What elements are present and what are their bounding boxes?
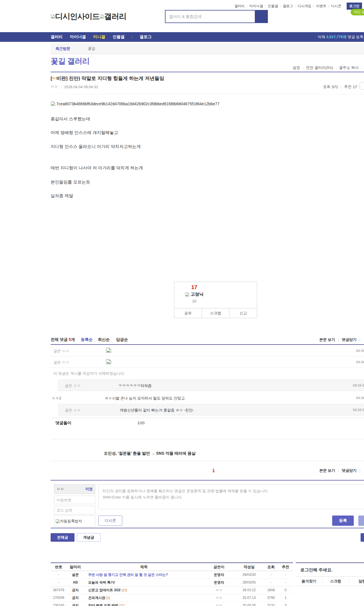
nav-item-minor-gallery[interactable]: 마이너갤 [70, 34, 86, 40]
util-link-gallog[interactable]: 갤로그 [281, 4, 295, 9]
comment-textarea[interactable]: 타인의 권리를 침해하거나 명예를 훼손하는 댓글은 운영원칙 및 관련 법률에… [98, 484, 364, 509]
sort-tab-newest[interactable]: 최신순 [98, 337, 110, 342]
comment-count-stats: 어제 2,517,775개 댓글 등록 [318, 32, 363, 42]
close-comments-link[interactable]: 댓글닫기 [342, 337, 357, 342]
gallery-settings-link[interactable]: 설정 [290, 65, 303, 70]
util-link-gallery[interactable]: 갤러리 [232, 4, 247, 9]
comments-header-links: 본문 보기 | 댓글닫기 | [319, 337, 363, 342]
post-link[interactable]: 신문고 업데이트 3/22[22] [84, 588, 204, 593]
night-mode-button[interactable]: 야간 모드 [351, 9, 364, 15]
notification-tab[interactable]: 알림 [349, 579, 364, 584]
post-link[interactable]: 건의게시판[1] [84, 595, 204, 600]
cell-category: AD [67, 580, 84, 584]
nav-item-gallog[interactable]: 갤로그 [140, 34, 152, 40]
comment-row: 글쓴 ㅇㅇ 04.04 [51, 345, 364, 356]
table-row: 387479 공지 신문고 업데이트 3/22[22] ㅇㅇ 26.03.22 … [51, 586, 293, 594]
sort-tab-registered[interactable]: 등록순 [81, 337, 93, 342]
comment-submit-secondary-button[interactable]: 등록 [358, 516, 364, 526]
table-row: 279309 공지 건의게시판[1] ㅇㅇ 25.07.13 3795 1 [51, 594, 293, 602]
gallery-title[interactable]: 꽃길 갤러리 [51, 56, 90, 66]
comment-author[interactable]: 글쓴 ㅇㅇ [53, 349, 69, 354]
breadcrumb: 최근방문 꽃길 [51, 43, 364, 54]
cell-no: - [51, 580, 67, 584]
captcha-image-broken: 자동등록방지 [54, 516, 95, 527]
favorites-tab[interactable]: 즐겨찾기 [296, 579, 322, 584]
write-button[interactable] [361, 533, 364, 542]
util-link-event[interactable]: 이벤트 [314, 4, 328, 9]
cell-author[interactable]: ㅇㅇ [204, 595, 234, 600]
divider [51, 461, 364, 461]
post-link[interactable]: 차단 해제 요청 방법[11] [84, 603, 204, 606]
breadcrumb-gallery[interactable]: 꽃길 [88, 46, 95, 51]
cell-author[interactable]: ㅇㅇ [204, 603, 234, 606]
site-logo[interactable]: 디시인사이드 갤러리 [51, 11, 126, 22]
all-posts-button[interactable]: 전체글 [51, 533, 75, 542]
search-input[interactable] [165, 10, 255, 23]
comment-text: ㅋㅋㅋㅋㅋㅋ닥쳐좀 [118, 383, 152, 388]
comment-author[interactable]: 글쓴 ㅇㅇ [53, 360, 69, 365]
nav-item-person-gallery[interactable]: 인물갤 [113, 34, 125, 40]
usage-guide-link[interactable]: 이용 [362, 65, 364, 70]
comment-author[interactable]: 글쓴 ㅇㅇ [65, 383, 81, 388]
util-link-minor-gallery[interactable]: 마이너갤 [247, 4, 265, 9]
header-author: 글쓴이 [204, 564, 234, 570]
table-header-row: 번호 말머리 제목 글쓴이 작성일 조회 추천 [51, 563, 293, 571]
comment-author[interactable]: ㅇㅇ2 [52, 396, 61, 401]
nickname-value[interactable]: ㅇㅇ [57, 487, 64, 492]
util-link-dcgame[interactable]: 디시게임 [296, 4, 313, 9]
view-post-link[interactable]: 본문 보기 [319, 468, 335, 473]
post-author[interactable]: ㅇㅇ [51, 84, 58, 89]
comment-bot-label: 댓글돌이 [55, 421, 71, 426]
comment-page-1[interactable]: 1 [212, 468, 215, 473]
anonymous-tab[interactable]: 익명 [85, 487, 93, 492]
comment-count-number: 2,517,775개 [326, 34, 347, 40]
password-field[interactable] [54, 496, 95, 504]
post-link[interactable]: 오늘의 숙박 특가! [84, 580, 204, 585]
cell-likes: 3 [278, 603, 293, 606]
broken-image-icon [51, 14, 55, 19]
search-button[interactable] [255, 10, 268, 23]
post-action-bar: 공유 스크랩 신고 [174, 308, 257, 318]
broken-image-icon [100, 14, 104, 19]
news-headline-link[interactable]: 조인성, '질문들' 환율 발언 → SNS 악플 테러에 몸살 [104, 451, 195, 456]
view-post-link[interactable]: 본문 보기 [319, 337, 335, 342]
divider [51, 439, 364, 439]
post-paragraph: 본인들임를 모르는듯 [51, 180, 90, 185]
scrap-tab[interactable]: 스크랩 [322, 579, 349, 584]
comment-author[interactable]: 글쓴 ㅇㅇ [65, 408, 81, 413]
report-button[interactable]: 신고 [229, 308, 257, 318]
recommend-widget: 17 고정닉 10 공유 스크랩 신고 [174, 282, 257, 318]
close-comments-link[interactable]: 댓글닫기 [342, 468, 357, 473]
post-paragraph: 좆같아서 스루했는데 [51, 116, 90, 122]
cell-author[interactable]: 운영자 [204, 572, 234, 577]
concept-posts-button[interactable]: 개념글 [77, 533, 101, 542]
share-button[interactable]: 공유 [174, 308, 202, 318]
cell-likes: - [278, 580, 293, 584]
cell-author[interactable]: ㅇㅇ [204, 588, 234, 593]
comment-submit-button[interactable]: 등록 [332, 516, 354, 526]
comment-time: 04.04 [356, 360, 364, 364]
cell-views: 3795 [264, 596, 278, 600]
cell-date: 26.03.22 [234, 588, 264, 592]
captcha-code-field[interactable] [54, 506, 95, 514]
util-link-person-gallery[interactable]: 인물갤 [266, 4, 280, 9]
dccon-button[interactable]: 디시콘 [98, 516, 122, 526]
sort-tab-reply[interactable]: 답글순 [116, 337, 128, 342]
divider: | [359, 469, 360, 473]
nav-item-gallery[interactable]: 갤러리 [51, 34, 63, 40]
post-link[interactable]: 주변 사람 잘 챙기고 인맥 관리 잘 할 것 같은 스타는? [84, 572, 204, 577]
copy-url-link[interactable]: 갤주소 복사 [336, 65, 361, 70]
comment-time: 04.04 [356, 349, 364, 353]
broken-image-icon [51, 101, 55, 106]
divider [51, 94, 364, 94]
upvote-count[interactable]: 17 [174, 284, 214, 290]
post-paragraph: 살자좀 제발 [51, 193, 73, 199]
cell-author[interactable]: 운영자 [204, 580, 234, 585]
scrap-button[interactable]: 스크랩 [202, 308, 229, 318]
divider [51, 72, 364, 72]
recent-visit-label[interactable]: 최근방문 [55, 46, 70, 51]
related-gallery-link[interactable]: 연관 갤러리(0/1) [303, 65, 336, 70]
post-list-table: 번호 말머리 제목 글쓴이 작성일 조회 추천 - 설문 주변 사람 잘 챙기고… [51, 562, 293, 606]
util-link-dccon[interactable]: 디시콘 [329, 4, 343, 9]
nav-item-mini-gallery[interactable]: 미니갤 [93, 34, 105, 40]
